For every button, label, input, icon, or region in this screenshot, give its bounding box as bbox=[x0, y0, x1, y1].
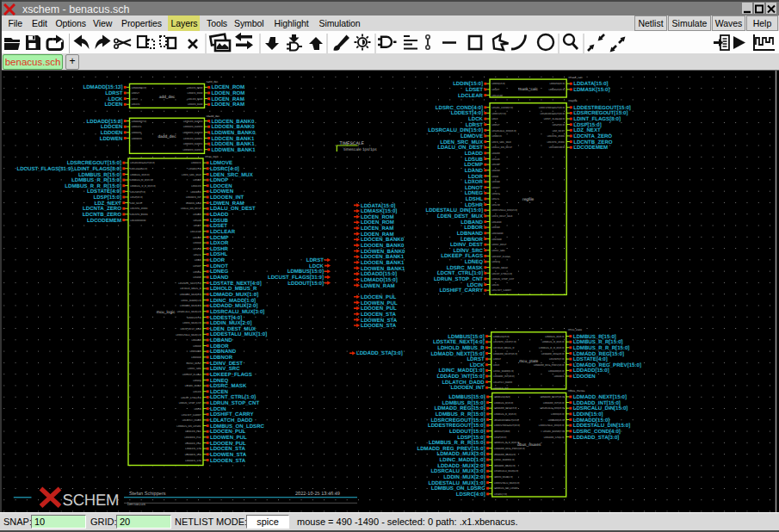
svg-text:LDCODEMEM: LDCODEMEM bbox=[87, 218, 121, 224]
svg-text:LDMBUS_ON_LDSRC: LDMBUS_ON_LDSRC bbox=[176, 424, 201, 428]
svg-text:LDSTATE[4:0]: LDSTATE[4:0] bbox=[549, 357, 565, 361]
svg-text:LDDCEN: LDDCEN bbox=[132, 125, 142, 128]
svg-text:LDOOEN_PUL: LDOOEN_PUL bbox=[185, 442, 201, 445]
svg-text:LDDWEN: LDDWEN bbox=[132, 137, 142, 140]
svg-text:xmask_calc: xmask_calc bbox=[568, 76, 583, 79]
svg-text:LDINV_SRC: LDINV_SRC bbox=[188, 367, 201, 370]
svg-text:LDDWEN_BANK1: LDDWEN_BANK1 bbox=[182, 148, 202, 152]
svg-text:LDDADD_STA[3:0]: LDDADD_STA[3:0] bbox=[573, 435, 620, 441]
svg-text:LDCMP: LDCMP bbox=[492, 163, 500, 166]
svg-text:LDDADD_INT[15:0]: LDDADD_INT[15:0] bbox=[543, 401, 565, 405]
svg-text:regfile: regfile bbox=[522, 197, 534, 202]
svg-text:LDRST: LDRST bbox=[132, 91, 139, 95]
svg-text:LDCODEMEM: LDCODEMEM bbox=[573, 145, 608, 151]
svg-text:LDCNTB_ZERO: LDCNTB_ZERO bbox=[547, 140, 565, 144]
svg-text:mcu_logic: mcu_logic bbox=[157, 310, 176, 315]
svg-text:LDHOLD_MBUS_R: LDHOLD_MBUS_R bbox=[493, 346, 515, 350]
svg-text:LDEN_SRC_MUX: LDEN_SRC_MUX bbox=[182, 173, 201, 176]
svg-text:LDMADD_NEXT[15:0]: LDMADD_NEXT[15:0] bbox=[493, 352, 517, 356]
svg-text:LDOOEN: LDOOEN bbox=[554, 374, 565, 378]
svg-text:LDSP[15:0]: LDSP[15:0] bbox=[130, 195, 143, 199]
svg-text:LDBNAND: LDBNAND bbox=[189, 350, 201, 353]
svg-text:LDDCEN_BANK0: LDDCEN_BANK0 bbox=[183, 120, 203, 123]
svg-text:LDNEQ: LDNEQ bbox=[492, 260, 500, 263]
svg-text:LDMOVE: LDMOVE bbox=[191, 161, 201, 164]
svg-text:LDDOEN_BANK0: LDDOEN_BANK0 bbox=[183, 125, 203, 128]
svg-text:LDDATA[15:0]: LDDATA[15:0] bbox=[549, 82, 565, 85]
svg-text:LDNEG: LDNEG bbox=[492, 192, 500, 195]
svg-text:LDCEN: LDCEN bbox=[193, 390, 201, 393]
svg-text:LDOWEN_STA: LDOWEN_STA bbox=[185, 453, 201, 456]
svg-text:LDSTATE_NEXT[4:0]: LDSTATE_NEXT[4:0] bbox=[178, 281, 201, 285]
svg-text:LDMADD_REG[15:0]: LDMADD_REG[15:0] bbox=[541, 352, 565, 356]
svg-text:LDCEN_ROM: LDCEN_ROM bbox=[188, 86, 203, 90]
svg-text:LDSP[15:0]: LDSP[15:0] bbox=[494, 436, 507, 439]
svg-text:LDSHR: LDSHR bbox=[193, 247, 201, 251]
svg-text:LDMOVE: LDMOVE bbox=[492, 134, 502, 138]
svg-text:LDNOT: LDNOT bbox=[193, 264, 201, 268]
svg-text:LDMADD[7:0]: LDMADD[7:0] bbox=[132, 120, 146, 123]
svg-text:LDMADD[15:0]: LDMADD[15:0] bbox=[548, 418, 565, 422]
svg-text:LDINV_SRC: LDINV_SRC bbox=[492, 249, 505, 252]
svg-text:LDRST: LDRST bbox=[493, 357, 501, 361]
svg-text:LDCIN: LDCIN bbox=[492, 283, 498, 287]
svg-text:LDSRC_MASK: LDSRC_MASK bbox=[492, 266, 508, 269]
svg-text:LDADD: LDADD bbox=[492, 152, 499, 155]
svg-text:LDSET: LDSET bbox=[492, 88, 499, 91]
svg-text:LDWEN_RAM: LDWEN_RAM bbox=[361, 283, 395, 289]
svg-text:LDRUN_STOP_CNT: LDRUN_STOP_CNT bbox=[179, 401, 201, 405]
svg-text:LDCIN: LDCIN bbox=[194, 407, 201, 411]
svg-text:LDINC_MADD[1:0]: LDINC_MADD[1:0] bbox=[181, 299, 201, 302]
svg-text:LDSTATE[4:0]: LDSTATE[4:0] bbox=[130, 190, 145, 194]
svg-text:LDSRC[4:0]: LDSRC[4:0] bbox=[189, 167, 201, 170]
svg-text:SCHEM: SCHEM bbox=[63, 491, 120, 509]
svg-text:benacus: benacus bbox=[127, 501, 145, 507]
svg-text:LDSHIFT_CARRY: LDSHIFT_CARRY bbox=[182, 413, 201, 417]
svg-text:LDOOEN_STA: LDOOEN_STA bbox=[185, 459, 201, 462]
svg-text:LDOOEN_STA: LDOOEN_STA bbox=[361, 323, 397, 329]
svg-text:LDMADD[2:0]: LDMADD[2:0] bbox=[132, 86, 146, 90]
svg-text:LDOCEN_STA: LDOCEN_STA bbox=[185, 447, 201, 450]
svg-text:xregfile: xregfile bbox=[568, 99, 578, 102]
svg-text:LDMADD_NEXT[15:0]: LDMADD_NEXT[15:0] bbox=[541, 395, 565, 399]
svg-text:LDMBUS_ON_LDSRC: LDMBUS_ON_LDSRC bbox=[494, 486, 518, 490]
svg-text:LDKEEP_FLAGS: LDKEEP_FLAGS bbox=[182, 373, 201, 376]
svg-text:LDCMP: LDCMP bbox=[193, 236, 201, 239]
svg-text:LDBNOR: LDBNOR bbox=[492, 238, 502, 241]
svg-text:LDSUB: LDSUB bbox=[193, 219, 201, 222]
svg-text:LDDADD[15:0]: LDDADD[15:0] bbox=[548, 369, 565, 373]
svg-text:LDSHL: LDSHL bbox=[194, 253, 201, 257]
svg-text:LDDEST[4:0]: LDDEST[4:0] bbox=[187, 316, 201, 319]
svg-text:dadd_dec: dadd_dec bbox=[158, 134, 176, 139]
svg-text:LDDOUT[15:0]: LDDOUT[15:0] bbox=[494, 430, 510, 433]
svg-text:LDSET: LDSET bbox=[194, 224, 201, 227]
svg-text:LDDOUT[15:0]: LDDOUT[15:0] bbox=[287, 281, 324, 287]
svg-text:LDOWEN: LDOWEN bbox=[191, 190, 201, 194]
svg-text:LDXOR: LDXOR bbox=[193, 241, 201, 244]
svg-text:LDCK: LDCK bbox=[492, 117, 498, 121]
svg-text:LDSHL: LDSHL bbox=[492, 197, 499, 201]
svg-text:LDADD: LDADD bbox=[193, 213, 201, 216]
svg-text:LDCK: LDCK bbox=[493, 363, 500, 367]
svg-text:LDDIN_MUX[2:0]: LDDIN_MUX[2:0] bbox=[494, 475, 513, 479]
svg-text:LDDADD_MUX[2:0]: LDDADD_MUX[2:0] bbox=[494, 464, 516, 467]
svg-text:LDMBUS_R_R_R[15:0]: LDMBUS_R_R_R[15:0] bbox=[130, 184, 156, 188]
svg-text:LDSRCALU_DIN[15:0]: LDSRCALU_DIN[15:0] bbox=[540, 406, 565, 410]
svg-text:LDDADD_STA[3:0]: LDDADD_STA[3:0] bbox=[544, 436, 565, 439]
svg-text:LDDESTREGOUT[15:0]: LDDESTREGOUT[15:0] bbox=[539, 106, 565, 109]
svg-text:LDCLEAR: LDCLEAR bbox=[458, 93, 484, 99]
svg-text:LDOEN_ROM: LDOEN_ROM bbox=[188, 91, 203, 95]
svg-text:`timescale 1ps/1ps: `timescale 1ps/1ps bbox=[343, 147, 378, 152]
svg-text:LDRST: LDRST bbox=[492, 123, 499, 127]
svg-text:LDALU_ON_DEST: LDALU_ON_DEST bbox=[492, 145, 512, 149]
svg-text:LDBAND: LDBAND bbox=[492, 220, 501, 224]
svg-text:LDDESTALU_MUX[1:0]: LDDESTALU_MUX[1:0] bbox=[494, 481, 520, 485]
svg-text:LDSRCALU_DIN[15:0]: LDSRCALU_DIN[15:0] bbox=[492, 129, 516, 133]
svg-text:LDINT_FLAGS[8:0]: LDINT_FLAGS[8:0] bbox=[544, 117, 565, 121]
svg-text:LDOEN_RAM: LDOEN_RAM bbox=[188, 102, 203, 106]
svg-text:LDSRCALU_MUX[3:0]: LDSRCALU_MUX[3:0] bbox=[177, 310, 201, 313]
svg-text:LDBOR: LDBOR bbox=[492, 226, 500, 229]
svg-text:LDMBUS_R[15:0]: LDMBUS_R[15:0] bbox=[545, 335, 564, 338]
svg-text:LDOOEN_STA: LDOOEN_STA bbox=[210, 458, 246, 464]
svg-text:add_dec: add_dec bbox=[159, 95, 176, 100]
